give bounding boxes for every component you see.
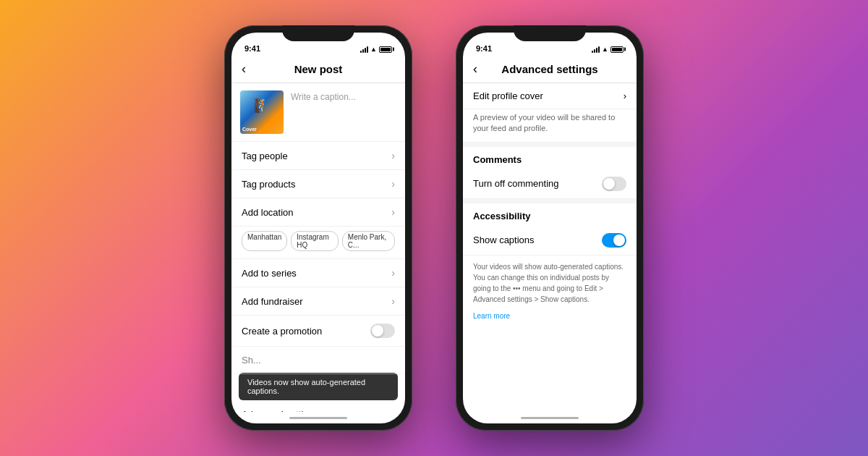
menu-item-label: Sh... bbox=[242, 355, 261, 366]
adv-item-label: Edit profile cover bbox=[473, 90, 543, 101]
phone-left: 9:41 ▲ ‹ New post 🧗 Cover bbox=[224, 25, 412, 431]
home-bar-right bbox=[463, 412, 637, 423]
status-time-right: 9:41 bbox=[476, 44, 492, 53]
menu-item-advanced-settings[interactable]: Advanced settings › bbox=[231, 400, 405, 412]
post-header: 🧗 Cover Write a caption... bbox=[231, 83, 405, 142]
notch-right bbox=[514, 25, 586, 41]
section-title-comments: Comments bbox=[463, 147, 637, 169]
phone-right: 9:41 ▲ ‹ Advanced settings Edit profile … bbox=[456, 25, 644, 431]
nav-bar-left: ‹ New post bbox=[231, 56, 405, 83]
chevron-icon: › bbox=[391, 267, 395, 279]
menu-item-label: Tag people bbox=[242, 151, 288, 161]
chevron-icon: › bbox=[391, 178, 395, 190]
tag-manhattan[interactable]: Manhattan bbox=[242, 231, 287, 251]
adv-item-turn-off-commenting[interactable]: Turn off commenting bbox=[463, 169, 637, 199]
menu-item-tag-products[interactable]: Tag products › bbox=[231, 170, 405, 198]
menu-item-label: Tag products bbox=[242, 179, 295, 190]
menu-item-add-location[interactable]: Add location › bbox=[231, 198, 405, 227]
tag-menlo-park[interactable]: Menlo Park, C... bbox=[342, 231, 395, 251]
chevron-icon: › bbox=[391, 206, 395, 218]
menu-item-tag-people[interactable]: Tag people › bbox=[231, 142, 405, 170]
screen-right: 9:41 ▲ ‹ Advanced settings Edit profile … bbox=[463, 33, 637, 423]
menu-item-label: Add fundraiser bbox=[242, 296, 303, 307]
menu-item-label: Create a promotion bbox=[242, 326, 322, 337]
tooltip-bar: Videos now show auto-generated captions. bbox=[239, 373, 398, 400]
learn-more-link[interactable]: Learn more bbox=[463, 312, 637, 320]
nav-bar-right: ‹ Advanced settings bbox=[463, 56, 637, 83]
back-button-right[interactable]: ‹ bbox=[473, 62, 477, 77]
status-icons-left: ▲ bbox=[360, 46, 392, 53]
signal-icon bbox=[360, 46, 368, 53]
thumbnail-figure: 🧗 bbox=[254, 98, 270, 114]
menu-item-sh[interactable]: Sh... bbox=[231, 347, 405, 374]
battery-icon-right bbox=[610, 46, 624, 53]
signal-icon-right bbox=[592, 46, 600, 53]
wifi-icon-right: ▲ bbox=[602, 46, 608, 53]
wifi-icon: ▲ bbox=[370, 46, 377, 53]
location-tags: Manhattan Instagram HQ Menlo Park, C... bbox=[231, 227, 405, 259]
status-icons-right: ▲ bbox=[592, 46, 624, 53]
menu-item-label: Add to series bbox=[242, 268, 297, 279]
adv-sub-text-cover: A preview of your video will be shared t… bbox=[463, 109, 637, 143]
nav-title-right: Advanced settings bbox=[501, 63, 597, 75]
advanced-settings-screen: Edit profile cover › A preview of your v… bbox=[463, 83, 637, 412]
status-time-left: 9:41 bbox=[244, 44, 260, 53]
battery-icon bbox=[379, 46, 392, 53]
thumbnail-label: Cover bbox=[242, 127, 257, 132]
captions-toggle[interactable] bbox=[602, 233, 626, 248]
chevron-icon: › bbox=[391, 295, 395, 307]
menu-item-add-to-series[interactable]: Add to series › bbox=[231, 259, 405, 287]
tag-instagram-hq[interactable]: Instagram HQ bbox=[291, 231, 339, 251]
menu-item-add-fundraiser[interactable]: Add fundraiser › bbox=[231, 287, 405, 316]
chevron-icon: › bbox=[391, 150, 395, 161]
adv-item-label: Turn off commenting bbox=[473, 178, 559, 189]
captions-description: Your videos will show auto-generated cap… bbox=[463, 256, 637, 311]
new-post-screen: 🧗 Cover Write a caption... Tag people › … bbox=[231, 83, 405, 412]
commenting-toggle[interactable] bbox=[602, 177, 626, 191]
home-bar-line bbox=[289, 417, 347, 419]
nav-title-left: New post bbox=[294, 63, 343, 75]
screen-left: 9:41 ▲ ‹ New post 🧗 Cover bbox=[231, 33, 405, 423]
notch-left bbox=[282, 25, 354, 41]
home-bar-line-right bbox=[521, 417, 579, 419]
adv-item-label: Show captions bbox=[473, 235, 535, 245]
tooltip-text: Videos now show auto-generated captions. bbox=[247, 378, 365, 395]
back-button-left[interactable]: ‹ bbox=[242, 62, 246, 77]
adv-item-edit-cover[interactable]: Edit profile cover › bbox=[463, 83, 637, 109]
caption-input[interactable]: Write a caption... bbox=[291, 90, 396, 102]
post-thumbnail[interactable]: 🧗 Cover bbox=[240, 90, 284, 134]
menu-item-create-promotion[interactable]: Create a promotion bbox=[231, 316, 405, 347]
adv-item-show-captions[interactable]: Show captions bbox=[463, 226, 637, 256]
home-bar-left bbox=[231, 412, 405, 423]
section-title-accessibility: Accessibility bbox=[463, 203, 637, 226]
menu-item-label: Add location bbox=[242, 207, 294, 218]
promotion-toggle[interactable] bbox=[370, 324, 395, 338]
chevron-icon: › bbox=[624, 90, 626, 101]
